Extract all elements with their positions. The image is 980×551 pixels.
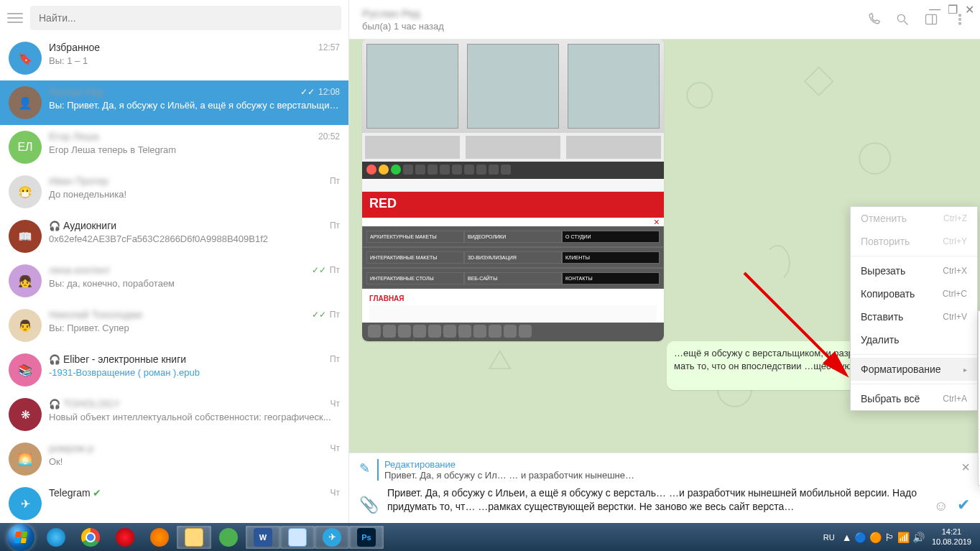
edit-preview: Привет. Да, я обсужу с Ил… … и разработч… (384, 470, 954, 481)
hamburger-menu-icon[interactable] (7, 13, 23, 23)
context-menu-main: ОтменитьCtrl+ZПовторитьCtrl+YВырезатьCtr… (850, 206, 978, 411)
chat-item[interactable]: 👤 Руслан Ред ✓✓ 12:08 Вы: Привет. Да, я … (0, 80, 348, 125)
chat-avatar: 🌅 (9, 443, 42, 476)
chat-time: ✓✓ 12:08 (300, 87, 340, 97)
search-input[interactable] (30, 6, 341, 30)
edit-title: Редактирование (384, 459, 954, 470)
chat-time: 12:57 (318, 42, 340, 52)
compose-input[interactable]: Привет. Да, я обсужу с Ильеи, а ещё я об… (387, 486, 925, 514)
site-heading: ГЛАВНАЯ (369, 295, 657, 302)
chat-sidebar: 🔖 Избранное 12:57 Вы: 1 – 1 👤 Руслан Ред… (0, 0, 349, 523)
attach-icon[interactable]: 📎 (359, 496, 379, 514)
chat-item[interactable]: ✈ Telegram✔ Чт (0, 481, 348, 523)
site-brand: RED (362, 192, 664, 218)
chat-preview: Ок! (49, 456, 340, 467)
chat-name: Избранное (49, 42, 100, 53)
chat-item[interactable]: 🔖 Избранное 12:57 Вы: 1 – 1 (0, 36, 348, 80)
svg-point-10 (859, 143, 890, 174)
svg-point-9 (687, 83, 712, 108)
chat-item[interactable]: 😷 Иван Прогер Пт До понедельника! (0, 170, 348, 214)
call-icon[interactable] (866, 12, 881, 27)
chat-item[interactable]: ❋ 🎧TOHOLOGY Чт Новый объект интеллектуал… (0, 392, 348, 437)
chat-avatar: ЕЛ (9, 131, 42, 164)
search-in-chat-icon[interactable] (895, 12, 910, 27)
chat-name: ромром р (49, 443, 93, 454)
chat-name: лена контент (49, 264, 110, 276)
ctx-main-item[interactable]: ВырезатьCtrl+X (851, 259, 977, 282)
chat-avatar: 👤 (9, 86, 42, 119)
chat-subtitle: был(а) 1 час назад (362, 21, 444, 32)
ctx-main-item[interactable]: Удалить (851, 328, 977, 351)
ctx-main-item[interactable]: КопироватьCtrl+C (851, 282, 977, 305)
chat-time: Пт (330, 221, 340, 231)
chat-avatar: 🔖 (9, 42, 42, 75)
chat-preview: Егор Леша теперь в Telegram (49, 144, 340, 155)
chat-name: Николай Тохолоджи (49, 309, 142, 320)
chat-title: Руслан Ред (362, 7, 444, 19)
ctx-main-item[interactable]: ВставитьCtrl+V (851, 305, 977, 328)
svg-point-5 (959, 19, 961, 21)
window-close[interactable]: ✕ (965, 3, 974, 17)
chat-preview: -1931-Возвращение ( роман ).epub (49, 367, 340, 378)
chat-avatar: 📖 (9, 220, 42, 253)
chat-name: Руслан Ред (49, 86, 103, 98)
chat-time: Чт (330, 488, 341, 498)
chat-name: Telegram✔ (49, 487, 101, 499)
emoji-icon[interactable]: ☺ (934, 498, 948, 514)
chat-avatar: 👨 (9, 309, 42, 342)
chat-item[interactable]: 👨 Николай Тохолоджи ✓✓ Пт Вы: Привет. Су… (0, 303, 348, 348)
chat-avatar: ❋ (9, 398, 42, 431)
chat-preview: 0x62efe42AE3B7cFa563C2866D6f0A9988B409B1… (49, 233, 340, 244)
window-minimize[interactable]: — (929, 3, 940, 17)
chat-avatar: 😷 (9, 175, 42, 208)
message-image-attachment[interactable]: RED × АРХИТЕКТУРНЫЕ МАКЕТЫВИДЕОРОЛИКИО С… (362, 40, 664, 341)
chat-time: Чт (330, 443, 341, 453)
chat-time: ✓✓ Пт (312, 265, 340, 275)
chat-time: ✓✓ Пт (312, 310, 340, 320)
chat-avatar: ✈ (9, 487, 42, 520)
ctx-main-item: ОтменитьCtrl+Z (851, 207, 977, 230)
chat-preview: Вы: Привет. Супер (49, 323, 340, 333)
ctx-main-item[interactable]: Выбрать всёCtrl+A (851, 387, 977, 410)
chat-time: 20:52 (318, 131, 340, 142)
svg-point-6 (959, 23, 961, 25)
chat-name: 🎧Eliber - электронные книги (49, 353, 186, 365)
chat-name: Егор Леша (49, 131, 99, 142)
chat-name: 🎧Аудиокниги (49, 220, 116, 231)
send-button[interactable]: ✔ (957, 496, 970, 514)
chat-time: Чт (330, 399, 341, 409)
svg-line-1 (905, 22, 908, 25)
chat-item[interactable]: ЕЛ Егор Леша 20:52 Егор Леша теперь в Te… (0, 125, 348, 170)
chat-preview: Новый объект интеллектуальной собственно… (49, 412, 340, 422)
chat-preview: Вы: 1 – 1 (49, 55, 340, 66)
chat-preview: Вы: Привет. Да, я обсужу с Ильёй, а ещё … (49, 100, 340, 111)
chat-preview: Вы: да, конечно, поработаем (49, 278, 340, 289)
compose-area: ✎ Редактирование Привет. Да, я обсужу с … (349, 453, 980, 523)
chat-item[interactable]: 👧 лена контент ✓✓ Пт Вы: да, конечно, по… (0, 259, 348, 303)
chat-time: Пт (330, 176, 340, 186)
svg-point-0 (897, 14, 905, 22)
main-panel: Руслан Ред был(а) 1 час назад (349, 0, 980, 523)
window-maximize[interactable]: ❐ (948, 3, 958, 17)
chat-avatar: 👧 (9, 264, 42, 297)
chat-name: 🎧TOHOLOGY (49, 398, 120, 409)
close-edit-icon[interactable]: × (961, 459, 970, 476)
chat-preview: До понедельника! (49, 189, 340, 200)
chat-list: 🔖 Избранное 12:57 Вы: 1 – 1 👤 Руслан Ред… (0, 36, 348, 523)
chat-item[interactable]: 🌅 ромром р Чт Ок! (0, 437, 348, 481)
chat-avatar: 📚 (9, 353, 42, 386)
chat-name: Иван Прогер (49, 175, 108, 187)
chat-item[interactable]: 📚 🎧Eliber - электронные книги Пт -1931-В… (0, 348, 348, 392)
ctx-main-item[interactable]: Форматирование▸ (851, 358, 977, 381)
chat-header: Руслан Ред был(а) 1 час назад (349, 0, 980, 40)
chat-time: Пт (330, 354, 340, 364)
ctx-main-item: ПовторитьCtrl+Y (851, 230, 977, 253)
edit-pen-icon: ✎ (359, 460, 370, 476)
chat-item[interactable]: 📖 🎧Аудиокниги Пт 0x62efe42AE3B7cFa563C28… (0, 214, 348, 259)
